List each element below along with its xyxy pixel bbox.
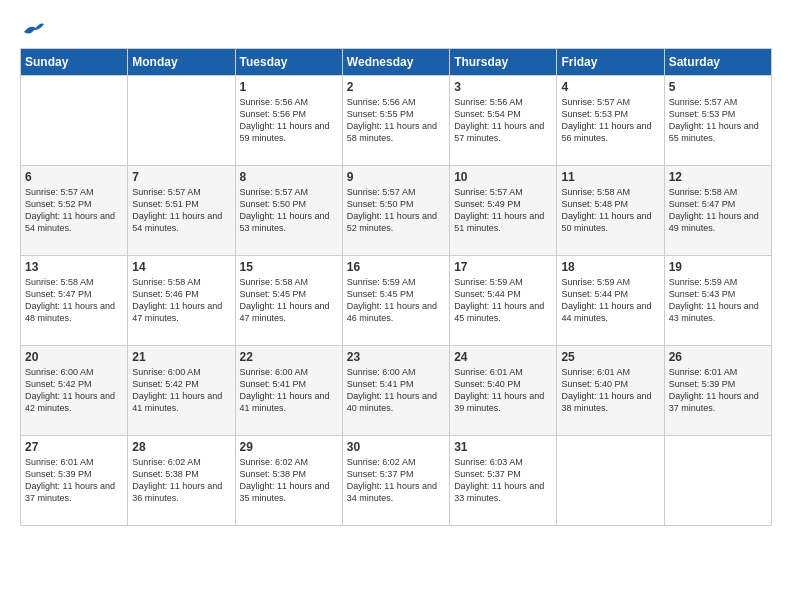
day-number: 27 [25,440,123,454]
day-number: 6 [25,170,123,184]
calendar-cell: 6Sunrise: 5:57 AM Sunset: 5:52 PM Daylig… [21,166,128,256]
calendar-cell: 26Sunrise: 6:01 AM Sunset: 5:39 PM Dayli… [664,346,771,436]
day-number: 14 [132,260,230,274]
day-number: 7 [132,170,230,184]
calendar-cell: 28Sunrise: 6:02 AM Sunset: 5:38 PM Dayli… [128,436,235,526]
day-number: 16 [347,260,445,274]
day-info: Sunrise: 5:57 AM Sunset: 5:49 PM Dayligh… [454,186,552,235]
calendar-cell: 1Sunrise: 5:56 AM Sunset: 5:56 PM Daylig… [235,76,342,166]
day-info: Sunrise: 5:58 AM Sunset: 5:48 PM Dayligh… [561,186,659,235]
calendar-cell: 9Sunrise: 5:57 AM Sunset: 5:50 PM Daylig… [342,166,449,256]
day-info: Sunrise: 6:01 AM Sunset: 5:39 PM Dayligh… [25,456,123,505]
day-info: Sunrise: 6:01 AM Sunset: 5:40 PM Dayligh… [561,366,659,415]
weekday-header: Wednesday [342,49,449,76]
day-number: 15 [240,260,338,274]
calendar-week-row: 27Sunrise: 6:01 AM Sunset: 5:39 PM Dayli… [21,436,772,526]
calendar-cell: 11Sunrise: 5:58 AM Sunset: 5:48 PM Dayli… [557,166,664,256]
calendar-cell: 18Sunrise: 5:59 AM Sunset: 5:44 PM Dayli… [557,256,664,346]
day-info: Sunrise: 5:59 AM Sunset: 5:44 PM Dayligh… [454,276,552,325]
calendar-week-row: 20Sunrise: 6:00 AM Sunset: 5:42 PM Dayli… [21,346,772,436]
day-number: 4 [561,80,659,94]
day-info: Sunrise: 6:00 AM Sunset: 5:42 PM Dayligh… [25,366,123,415]
day-info: Sunrise: 6:00 AM Sunset: 5:41 PM Dayligh… [347,366,445,415]
day-number: 23 [347,350,445,364]
weekday-header: Friday [557,49,664,76]
calendar-cell: 31Sunrise: 6:03 AM Sunset: 5:37 PM Dayli… [450,436,557,526]
day-info: Sunrise: 5:57 AM Sunset: 5:53 PM Dayligh… [561,96,659,145]
day-number: 22 [240,350,338,364]
calendar-cell: 13Sunrise: 5:58 AM Sunset: 5:47 PM Dayli… [21,256,128,346]
calendar-week-row: 1Sunrise: 5:56 AM Sunset: 5:56 PM Daylig… [21,76,772,166]
calendar-cell [664,436,771,526]
day-info: Sunrise: 6:00 AM Sunset: 5:42 PM Dayligh… [132,366,230,415]
calendar-cell: 29Sunrise: 6:02 AM Sunset: 5:38 PM Dayli… [235,436,342,526]
day-number: 20 [25,350,123,364]
day-number: 10 [454,170,552,184]
day-info: Sunrise: 6:02 AM Sunset: 5:37 PM Dayligh… [347,456,445,505]
day-info: Sunrise: 6:02 AM Sunset: 5:38 PM Dayligh… [240,456,338,505]
calendar-cell: 12Sunrise: 5:58 AM Sunset: 5:47 PM Dayli… [664,166,771,256]
day-number: 30 [347,440,445,454]
day-info: Sunrise: 5:59 AM Sunset: 5:44 PM Dayligh… [561,276,659,325]
page-header [20,20,772,38]
day-info: Sunrise: 6:01 AM Sunset: 5:40 PM Dayligh… [454,366,552,415]
day-number: 13 [25,260,123,274]
calendar-cell: 3Sunrise: 5:56 AM Sunset: 5:54 PM Daylig… [450,76,557,166]
day-number: 29 [240,440,338,454]
calendar-cell: 24Sunrise: 6:01 AM Sunset: 5:40 PM Dayli… [450,346,557,436]
day-info: Sunrise: 5:59 AM Sunset: 5:43 PM Dayligh… [669,276,767,325]
day-number: 9 [347,170,445,184]
calendar-cell: 23Sunrise: 6:00 AM Sunset: 5:41 PM Dayli… [342,346,449,436]
day-info: Sunrise: 5:57 AM Sunset: 5:51 PM Dayligh… [132,186,230,235]
calendar-table: SundayMondayTuesdayWednesdayThursdayFrid… [20,48,772,526]
day-info: Sunrise: 5:58 AM Sunset: 5:46 PM Dayligh… [132,276,230,325]
day-info: Sunrise: 6:02 AM Sunset: 5:38 PM Dayligh… [132,456,230,505]
day-number: 24 [454,350,552,364]
day-info: Sunrise: 5:56 AM Sunset: 5:54 PM Dayligh… [454,96,552,145]
calendar-cell: 19Sunrise: 5:59 AM Sunset: 5:43 PM Dayli… [664,256,771,346]
day-number: 8 [240,170,338,184]
calendar-cell: 7Sunrise: 5:57 AM Sunset: 5:51 PM Daylig… [128,166,235,256]
day-number: 5 [669,80,767,94]
day-number: 18 [561,260,659,274]
calendar-cell: 15Sunrise: 5:58 AM Sunset: 5:45 PM Dayli… [235,256,342,346]
calendar-week-row: 6Sunrise: 5:57 AM Sunset: 5:52 PM Daylig… [21,166,772,256]
calendar-header-row: SundayMondayTuesdayWednesdayThursdayFrid… [21,49,772,76]
calendar-cell: 25Sunrise: 6:01 AM Sunset: 5:40 PM Dayli… [557,346,664,436]
calendar-cell: 17Sunrise: 5:59 AM Sunset: 5:44 PM Dayli… [450,256,557,346]
calendar-cell: 4Sunrise: 5:57 AM Sunset: 5:53 PM Daylig… [557,76,664,166]
calendar-cell [128,76,235,166]
calendar-cell: 22Sunrise: 6:00 AM Sunset: 5:41 PM Dayli… [235,346,342,436]
day-number: 11 [561,170,659,184]
day-info: Sunrise: 5:57 AM Sunset: 5:52 PM Dayligh… [25,186,123,235]
day-number: 3 [454,80,552,94]
calendar-cell [21,76,128,166]
weekday-header: Thursday [450,49,557,76]
calendar-cell: 16Sunrise: 5:59 AM Sunset: 5:45 PM Dayli… [342,256,449,346]
weekday-header: Sunday [21,49,128,76]
calendar-cell [557,436,664,526]
day-number: 19 [669,260,767,274]
day-number: 12 [669,170,767,184]
calendar-cell: 20Sunrise: 6:00 AM Sunset: 5:42 PM Dayli… [21,346,128,436]
calendar-cell: 14Sunrise: 5:58 AM Sunset: 5:46 PM Dayli… [128,256,235,346]
day-number: 17 [454,260,552,274]
day-info: Sunrise: 5:57 AM Sunset: 5:53 PM Dayligh… [669,96,767,145]
logo [20,20,44,38]
day-number: 26 [669,350,767,364]
day-info: Sunrise: 5:58 AM Sunset: 5:47 PM Dayligh… [669,186,767,235]
day-number: 25 [561,350,659,364]
calendar-cell: 8Sunrise: 5:57 AM Sunset: 5:50 PM Daylig… [235,166,342,256]
day-info: Sunrise: 5:57 AM Sunset: 5:50 PM Dayligh… [240,186,338,235]
calendar-cell: 27Sunrise: 6:01 AM Sunset: 5:39 PM Dayli… [21,436,128,526]
day-info: Sunrise: 5:58 AM Sunset: 5:45 PM Dayligh… [240,276,338,325]
day-number: 31 [454,440,552,454]
calendar-cell: 10Sunrise: 5:57 AM Sunset: 5:49 PM Dayli… [450,166,557,256]
calendar-cell: 21Sunrise: 6:00 AM Sunset: 5:42 PM Dayli… [128,346,235,436]
day-info: Sunrise: 6:03 AM Sunset: 5:37 PM Dayligh… [454,456,552,505]
day-info: Sunrise: 6:00 AM Sunset: 5:41 PM Dayligh… [240,366,338,415]
day-number: 21 [132,350,230,364]
weekday-header: Tuesday [235,49,342,76]
day-number: 2 [347,80,445,94]
day-info: Sunrise: 5:59 AM Sunset: 5:45 PM Dayligh… [347,276,445,325]
